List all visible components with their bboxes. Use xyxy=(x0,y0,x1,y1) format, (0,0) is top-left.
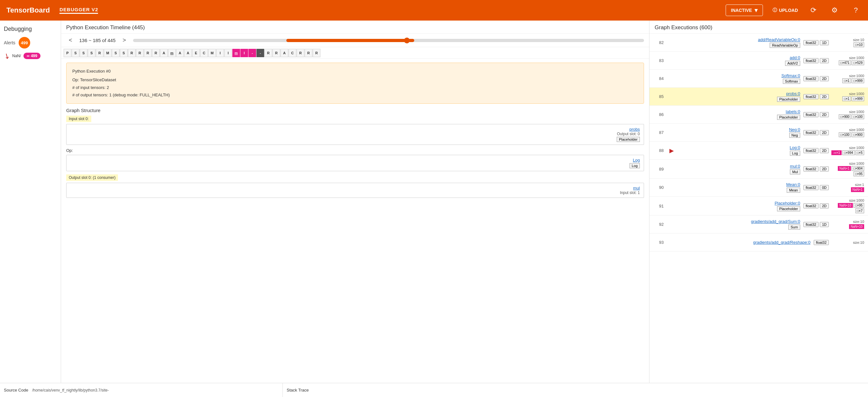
right-panel: Graph Executions (600) 82add/ReadVariabl… xyxy=(649,21,868,383)
exec-rank-tag: 2D xyxy=(820,148,829,153)
exec-row-num: 91 xyxy=(653,204,670,208)
op-cell[interactable]: - xyxy=(256,49,264,57)
op-cell[interactable]: - xyxy=(248,49,256,57)
exec-rank-tag: 2D xyxy=(820,76,829,81)
refresh-button[interactable]: ⟳ xyxy=(808,4,819,16)
op-cell[interactable]: R xyxy=(273,49,280,57)
exec-op-name[interactable]: labels:0 xyxy=(678,109,800,114)
help-button[interactable]: ? xyxy=(850,4,862,16)
exec-dim-box: □×999 xyxy=(851,78,864,83)
op-cell[interactable]: R xyxy=(144,49,152,57)
op-cell[interactable]: R xyxy=(128,49,135,57)
timeline-next-btn[interactable]: > xyxy=(120,36,129,44)
op-cell[interactable]: m xyxy=(232,49,240,57)
timeline-track xyxy=(133,39,644,42)
op-cell[interactable]: P xyxy=(64,49,71,57)
exec-tags-col: float321D xyxy=(803,40,829,45)
exec-row-num: 88 xyxy=(653,148,670,153)
op-cell[interactable]: m xyxy=(168,49,176,57)
timeline-slider[interactable] xyxy=(133,39,644,42)
timeline-prev-btn[interactable]: < xyxy=(66,36,75,44)
exec-tags-col: float322D xyxy=(803,203,829,208)
py-exec-box: Python Execution #0 Op: TensorSliceDatas… xyxy=(66,63,644,104)
op-cell[interactable]: I xyxy=(216,49,224,57)
exec-rank-tag: 0D xyxy=(820,185,829,190)
table-row[interactable]: 92gradients/add_grad/Sum:0Sumfloat321Dsi… xyxy=(649,216,868,233)
exec-dtype-tag: float32 xyxy=(814,240,829,245)
exec-op-type: Placeholder xyxy=(777,206,800,211)
table-row[interactable]: 82add/ReadVariableOp:0ReadVariableOpfloa… xyxy=(649,34,868,52)
exec-op-name[interactable]: add:0 xyxy=(678,55,800,60)
op-cell[interactable]: R xyxy=(265,49,272,57)
table-row[interactable]: 93gradients/add_grad/Reshape:0float32siz… xyxy=(649,233,868,252)
exec-dim-box: □×10 xyxy=(854,42,864,47)
exec-op-name[interactable]: add/ReadVariableOp:0 xyxy=(678,37,800,42)
exec-tags-col: float320D xyxy=(803,185,829,190)
op-cell[interactable]: R xyxy=(305,49,312,57)
exec-tags-col: float32 xyxy=(814,240,829,245)
table-row[interactable]: 83add:0AddV2float322Dsize:1000□×471□×529 xyxy=(649,52,868,70)
table-row[interactable]: 90Mean:0Meanfloat320Dsize:1NaN×1 xyxy=(649,178,868,197)
exec-dim-box: -∞×1 xyxy=(831,150,842,155)
upload-button[interactable]: ⓘ UPLOAD xyxy=(773,7,798,13)
exec-op-name[interactable]: Softmax:0 xyxy=(678,73,800,78)
op-cell[interactable]: C xyxy=(200,49,208,57)
op-cell[interactable]: A xyxy=(281,49,288,57)
op-cell[interactable]: C xyxy=(288,49,296,57)
op-cell[interactable]: M xyxy=(104,49,112,57)
exec-op-name[interactable]: probs:0 xyxy=(678,91,800,96)
main-layout: Debugging Alerts 499 ↘ NaN/ ∞ 499 Python… xyxy=(0,21,868,383)
op-cell[interactable]: E xyxy=(192,49,200,57)
settings-button[interactable]: ⚙ xyxy=(829,4,840,16)
table-row[interactable]: 88▶Log:0Logfloat322Dsize:1000-∞×1□×994□×… xyxy=(649,142,868,160)
op-cell[interactable]: M xyxy=(208,49,216,57)
timeline-header: Python Execution Timeline (445) xyxy=(61,21,649,34)
output-card-name[interactable]: mul xyxy=(70,186,640,191)
op-cell[interactable]: S xyxy=(120,49,128,57)
op-cell[interactable]: S xyxy=(112,49,120,57)
op-cell[interactable]: S xyxy=(80,49,87,57)
op-cell[interactable]: R xyxy=(96,49,103,57)
op-cell[interactable]: S xyxy=(72,49,80,57)
op-cell[interactable]: I xyxy=(224,49,232,57)
exec-table: 82add/ReadVariableOp:0ReadVariableOpfloa… xyxy=(649,34,868,383)
table-row[interactable]: 89mul:0Mulfloat322Dsize:1000NaN×1□×904□×… xyxy=(649,160,868,178)
op-card-name[interactable]: Log xyxy=(70,158,640,163)
exec-tags-col: float322D xyxy=(803,166,829,171)
op-cell[interactable]: A xyxy=(184,49,192,57)
table-row[interactable]: 91Placeholder:0Placeholderfloat322Dsize:… xyxy=(649,197,868,216)
exec-row-num: 82 xyxy=(653,40,670,45)
op-cell[interactable]: R xyxy=(136,49,144,57)
op-cell[interactable]: S xyxy=(88,49,95,57)
exec-row-name-col: Placeholder:0Placeholder xyxy=(678,201,803,211)
table-row[interactable]: 86labels:0Placeholderfloat322Dsize:1000□… xyxy=(649,106,868,124)
table-row[interactable]: 84Softmax:0Softmaxfloat322Dsize:1000□×1□… xyxy=(649,70,868,88)
exec-dim-box: □×1 xyxy=(842,78,851,83)
exec-size-text: size:10 xyxy=(829,240,864,244)
exec-op-name[interactable]: mul:0 xyxy=(678,164,800,169)
op-cell[interactable]: R xyxy=(313,49,320,57)
exec-op-name[interactable]: Mean:0 xyxy=(678,182,800,187)
op-cell[interactable]: A xyxy=(176,49,184,57)
chevron-down-icon: ▾ xyxy=(754,7,757,14)
table-row[interactable]: 87Neg:0Negfloat322Dsize:1000□×100□×900 xyxy=(649,124,868,142)
status-dropdown[interactable]: INACTIVE ▾ xyxy=(726,4,763,16)
exec-op-name[interactable]: Log:0 xyxy=(678,145,800,150)
exec-size-col: size:1000NaN×1□×904□×95 xyxy=(829,162,864,176)
exec-row-name-col: add/ReadVariableOp:0ReadVariableOp xyxy=(678,37,803,48)
timeline-thumb xyxy=(404,38,410,43)
op-cell[interactable]: R xyxy=(152,49,160,57)
op-cell[interactable]: R xyxy=(297,49,304,57)
exec-op-name[interactable]: Neg:0 xyxy=(678,127,800,132)
exec-op-name[interactable]: gradients/add_grad/Sum:0 xyxy=(678,219,800,224)
op-cell[interactable]: I xyxy=(240,49,248,57)
exec-dims-row: □×1□×999 xyxy=(829,96,864,101)
input-card-name[interactable]: probs xyxy=(70,127,640,132)
exec-size-text: size:10 xyxy=(829,38,864,42)
op-cell[interactable]: A xyxy=(160,49,168,57)
exec-op-name[interactable]: Placeholder:0 xyxy=(678,201,800,205)
exec-op-name[interactable]: gradients/add_grad/Reshape:0 xyxy=(678,240,810,245)
output-card-slot: Input slot: 1 xyxy=(70,191,640,195)
exec-rank-tag: 1D xyxy=(820,40,829,45)
table-row[interactable]: 85probs:0Placeholderfloat322Dsize:1000□×… xyxy=(649,88,868,106)
